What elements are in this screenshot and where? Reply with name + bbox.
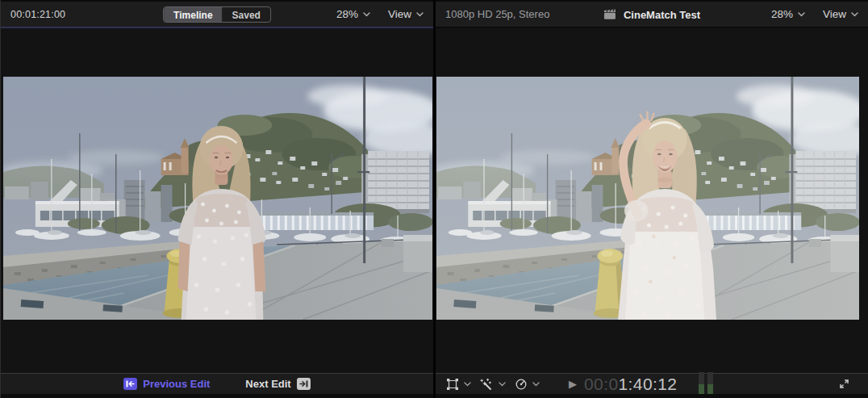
view-label: View <box>823 8 846 20</box>
clapperboard-icon <box>603 9 616 20</box>
view-dropdown[interactable]: View <box>823 8 858 20</box>
fcp-dual-viewer-window: 00:01:21:00 Timeline Saved 28% View <box>0 0 868 398</box>
next-edit-button[interactable]: Next Edit <box>245 378 310 390</box>
viewer-tools-group <box>436 378 540 391</box>
timeline-clip-scene <box>3 77 432 320</box>
chevron-down-icon <box>798 12 805 17</box>
event-footer-bar: ▶ 00:01:40:12 <box>436 373 868 394</box>
event-viewer-canvas <box>436 28 868 373</box>
project-title: CineMatch Test <box>624 8 700 20</box>
magic-wand-icon <box>480 378 494 391</box>
view-dropdown[interactable]: View <box>388 8 424 20</box>
timeline-footer-bar: Previous Edit Next Edit <box>1 373 433 394</box>
previous-edit-button[interactable]: Previous Edit <box>123 378 210 390</box>
audio-meters[interactable] <box>699 372 713 394</box>
transform-icon <box>446 378 459 391</box>
timeline-saved-toggle: Timeline Saved <box>163 6 271 23</box>
event-clip-scene <box>436 77 859 320</box>
audio-meter-left <box>699 372 704 394</box>
event-video-frame[interactable] <box>436 77 859 320</box>
playhead-timecode: 00:01:40:12 <box>584 375 677 394</box>
chevron-down-icon <box>499 382 506 387</box>
event-viewer-controls: 28% View <box>771 8 858 20</box>
previous-edit-icon <box>123 378 137 390</box>
chevron-down-icon <box>532 382 540 387</box>
expand-fullscreen-icon <box>838 378 850 390</box>
zoom-dropdown[interactable]: 28% <box>771 8 805 20</box>
zoom-dropdown[interactable]: 28% <box>336 8 370 20</box>
chevron-down-icon <box>851 12 858 17</box>
bottom-edge-strip <box>1 394 433 398</box>
chevron-down-icon <box>464 382 471 387</box>
timeline-timecode: 00:01:21:00 <box>10 9 65 20</box>
tab-timeline[interactable]: Timeline <box>164 7 222 22</box>
fullscreen-button[interactable] <box>838 378 850 390</box>
timeline-viewer-controls: 28% View <box>336 8 424 20</box>
chevron-down-icon <box>416 12 424 17</box>
project-title-group: CineMatch Test <box>603 8 700 20</box>
event-viewer-panel: 1080p HD 25p, Stereo CineMatch Test 28% <box>436 0 868 398</box>
previous-edit-label: Previous Edit <box>143 378 210 390</box>
clip-format-info: 1080p HD 25p, Stereo <box>445 8 549 20</box>
next-edit-icon <box>297 378 311 390</box>
timecode-dim-digits: 00:0 <box>584 375 618 393</box>
timecode-bright-digits: 1:40:12 <box>618 375 677 393</box>
zoom-value: 28% <box>336 8 358 20</box>
tab-saved[interactable]: Saved <box>223 7 270 22</box>
play-button[interactable]: ▶ <box>569 379 577 389</box>
timeline-video-frame[interactable] <box>3 77 432 320</box>
view-label: View <box>388 8 411 20</box>
timeline-viewer-canvas <box>1 28 433 373</box>
zoom-value: 28% <box>771 8 793 20</box>
chevron-down-icon <box>363 12 370 17</box>
audio-meter-right <box>707 372 713 394</box>
enhancements-tool-dropdown[interactable] <box>480 378 506 391</box>
timeline-viewer-topbar: 00:01:21:00 Timeline Saved 28% View <box>1 0 433 27</box>
transform-tool-dropdown[interactable] <box>446 378 471 391</box>
retime-tool-dropdown[interactable] <box>515 378 540 391</box>
bottom-edge-strip <box>436 394 868 398</box>
retime-speed-icon <box>515 378 528 391</box>
timeline-viewer-panel: 00:01:21:00 Timeline Saved 28% View <box>1 0 433 398</box>
event-viewer-topbar: 1080p HD 25p, Stereo CineMatch Test 28% <box>436 0 868 27</box>
next-edit-label: Next Edit <box>245 378 290 390</box>
